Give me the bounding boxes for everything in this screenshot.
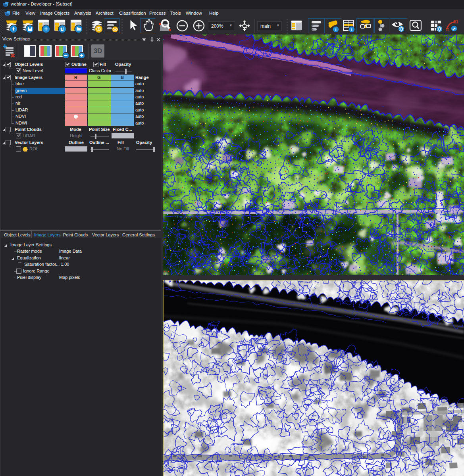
svg-text:i: i bbox=[335, 27, 336, 32]
svg-text:i: i bbox=[351, 27, 352, 32]
